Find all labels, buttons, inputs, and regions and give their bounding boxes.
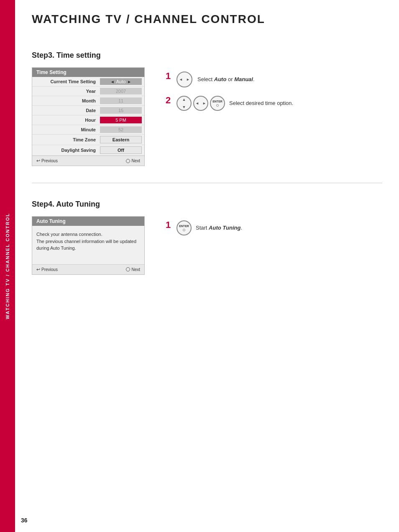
ud-nav-circle: ▲ ▼ (176, 96, 192, 111)
enter-button: ENTER (210, 96, 225, 111)
step3-instruction-1: 1 ◄ ► Select Auto or Manual. (166, 72, 382, 87)
section-divider (32, 183, 382, 183)
step3-controls-1: ◄ ► Select Auto or Manual. (176, 72, 255, 87)
value-minute: 52 (100, 126, 142, 133)
step4-controls-1: ENTER Start Auto Tuning. (176, 220, 242, 235)
value-year: 2007 (100, 88, 142, 95)
sidebar-label: WATCHING TV / CHANNEL CONTROL (0, 0, 15, 532)
value-daylight: Off (100, 146, 142, 154)
step4-next-button[interactable]: Next (126, 267, 140, 272)
step3-controls-2: ▲ ▼ ◄ ► ENTER (176, 96, 293, 111)
step4-instruction-text-1: Start Auto Tuning. (196, 224, 242, 232)
step4-footer: ↩ Previous Next (32, 264, 144, 274)
auto-tuning-body: Check your antenna connection. The previ… (32, 226, 144, 264)
step4-instruction-num-1: 1 (166, 220, 172, 230)
lr-nav-circle-2: ◄ ► (193, 96, 208, 111)
value-date: 15 (100, 107, 142, 114)
auto-tuning-line2: The previous channel information will be… (36, 239, 136, 244)
auto-tuning-line3: during Auto Tuning. (36, 246, 76, 251)
label-hour: Hour (35, 118, 100, 123)
step4-section: Step4. Auto Tuning Auto Tuning Check you… (32, 200, 382, 275)
next-button[interactable]: Next (126, 159, 140, 163)
row-hour: Hour 5 PM (32, 115, 144, 125)
arrow-right-icon: ► (127, 79, 131, 84)
row-year: Year 2007 (32, 87, 144, 96)
instruction-num-1: 1 (166, 72, 172, 81)
step4-prev-label: Previous (41, 267, 58, 272)
prev-label: Previous (41, 159, 58, 163)
right-arrow-icon: ► (186, 77, 190, 82)
page-number: 36 (21, 517, 28, 524)
row-current-time: Current Time Setting ◄ Auto ► (32, 77, 144, 87)
auto-tuning-panel: Auto Tuning Check your antenna connectio… (32, 216, 145, 275)
value-hour: 5 PM (100, 117, 142, 123)
step4-next-icon (126, 267, 130, 271)
step3-footer: ↩ Previous Next (32, 156, 144, 166)
step4-instructions: 1 ENTER Start Auto Tuning. (166, 216, 382, 244)
step4-enter-dot (183, 229, 185, 231)
label-date: Date (35, 108, 100, 113)
label-minute: Minute (35, 127, 100, 132)
up-arrow-icon: ▲ (182, 97, 186, 102)
step4-next-label: Next (131, 267, 140, 272)
instruction-text-2: Select desired time option. (229, 100, 293, 107)
value-month: 11 (100, 97, 142, 104)
row-daylight: Daylight Saving Off (32, 145, 144, 156)
page-title: WATCHING TV / CHANNEL CONTROL (32, 13, 382, 26)
instruction-text-1: Select Auto or Manual. (197, 76, 255, 83)
left-arrow-icon: ◄ (179, 77, 183, 82)
auto-tuning-line1: Check your antenna connection. (36, 232, 102, 237)
label-year: Year (35, 89, 100, 94)
arrow-left-icon: ◄ (110, 79, 115, 84)
value-timezone: Eastern (100, 136, 142, 143)
next-label: Next (131, 159, 140, 163)
step4-return-icon: ↩ (36, 267, 40, 272)
step4-prev-button[interactable]: ↩ Previous (36, 267, 58, 272)
row-date: Date 15 (32, 106, 144, 115)
row-month: Month 11 (32, 96, 144, 106)
step3-instructions: 1 ◄ ► Select Auto or Manual. (166, 67, 382, 119)
down-arrow-icon: ▼ (182, 105, 186, 109)
return-icon: ↩ (36, 158, 40, 164)
prev-button[interactable]: ↩ Previous (36, 158, 58, 164)
right-arrow-icon-2: ► (202, 101, 206, 105)
label-timezone: Time Zone (35, 137, 100, 142)
time-setting-title: Time Setting (32, 68, 144, 77)
instruction-num-2: 2 (166, 96, 172, 105)
row-timezone: Time Zone Eastern (32, 135, 144, 145)
label-current-time: Current Time Setting (35, 79, 100, 84)
step3-heading: Step3. Time setting (32, 51, 382, 60)
enter-label: ENTER (212, 100, 223, 103)
step4-instruction-1: 1 ENTER Start Auto Tuning. (166, 220, 382, 235)
label-daylight: Daylight Saving (35, 148, 100, 153)
step3-section: Step3. Time setting Time Setting Current… (32, 51, 382, 166)
auto-tuning-title: Auto Tuning (32, 217, 144, 226)
enter-dot (216, 104, 219, 107)
label-month: Month (35, 98, 100, 103)
time-setting-panel: Time Setting Current Time Setting ◄ Auto… (32, 67, 145, 166)
value-current-time: ◄ Auto ► (100, 78, 142, 85)
step4-heading: Step4. Auto Tuning (32, 200, 382, 209)
step4-enter-button: ENTER (176, 220, 192, 235)
left-arrow-icon-2: ◄ (195, 101, 199, 105)
next-icon (126, 159, 130, 163)
lr-nav-circle: ◄ ► (176, 72, 192, 87)
step3-instruction-2: 2 ▲ ▼ ◄ ► (166, 96, 382, 111)
step4-enter-label: ENTER (179, 225, 189, 228)
row-minute: Minute 52 (32, 125, 144, 135)
